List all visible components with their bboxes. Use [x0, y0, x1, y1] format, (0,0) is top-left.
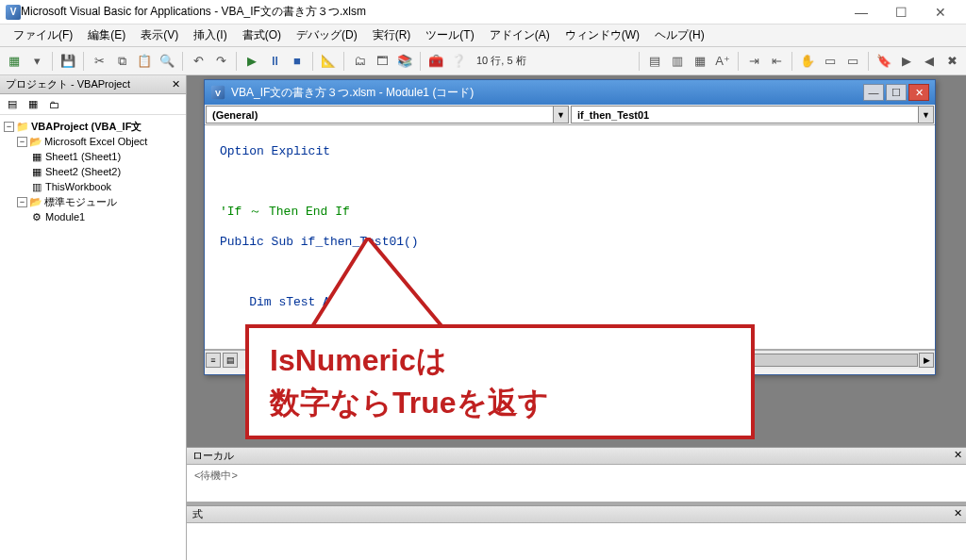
menu-help[interactable]: ヘルプ(H) [647, 27, 712, 43]
dropdown-arrow-icon[interactable]: ▼ [918, 107, 933, 123]
next-bookmark-icon[interactable]: ▶ [896, 51, 917, 72]
edit-toolbar-aplus-icon[interactable]: A⁺ [712, 51, 733, 72]
menu-addins[interactable]: アドイン(A) [482, 27, 558, 43]
clear-bookmarks-icon[interactable]: ✖ [941, 51, 962, 72]
outdent-icon[interactable]: ⇤ [766, 51, 787, 72]
copy-icon[interactable]: ⧉ [111, 51, 132, 72]
edit-toolbar-icon2[interactable]: ▥ [667, 51, 688, 72]
code-minimize-button[interactable]: — [863, 84, 884, 101]
watch-close-icon[interactable]: ✕ [954, 507, 962, 519]
callout-pointer-icon [274, 238, 481, 332]
dropdown-icon[interactable]: ▾ [26, 51, 47, 72]
menu-tools[interactable]: ツール(T) [418, 27, 481, 43]
menu-window[interactable]: ウィンドウ(W) [558, 27, 647, 43]
tree-sheet2[interactable]: Sheet2 (Sheet2) [45, 164, 121, 179]
redo-icon[interactable]: ↷ [210, 51, 231, 72]
locals-title: ローカル [192, 449, 234, 463]
menu-view[interactable]: 表示(V) [133, 27, 186, 43]
comment-icon[interactable]: ▭ [820, 51, 841, 72]
app-icon [6, 5, 21, 20]
code-maximize-button[interactable]: ☐ [886, 84, 907, 101]
find-icon[interactable]: 🔍 [157, 51, 177, 72]
sheet-icon: ▦ [30, 165, 43, 178]
minimize-button[interactable]: — [841, 1, 881, 24]
tree-project-root[interactable]: VBAProject (VBA_IF文 [31, 119, 142, 134]
expand-icon[interactable]: − [17, 137, 27, 147]
toolbar: ▦ ▾ 💾 ✂ ⧉ 📋 🔍 ↶ ↷ ▶ ⏸ ■ 📐 🗂 🗔 📚 🧰 ❔ 10 行… [0, 47, 966, 75]
indent-icon[interactable]: ⇥ [743, 51, 764, 72]
view-object-icon[interactable]: ▦ [25, 96, 42, 113]
procedure-view-icon[interactable]: ≡ [206, 353, 221, 368]
edit-toolbar-icon1[interactable]: ▤ [644, 51, 665, 72]
close-button[interactable]: ✕ [921, 1, 960, 24]
tree-sheet1[interactable]: Sheet1 (Sheet1) [45, 149, 121, 164]
cursor-position: 10 行, 5 桁 [471, 54, 532, 68]
excel-icon[interactable]: ▦ [4, 51, 25, 72]
scroll-right-icon[interactable]: ▶ [919, 353, 934, 368]
reset-icon[interactable]: ■ [287, 51, 308, 72]
bookmark-icon[interactable]: 🔖 [874, 51, 894, 72]
tree-module1[interactable]: Module1 [45, 209, 85, 224]
breakpoint-icon[interactable]: ✋ [797, 51, 818, 72]
maximize-button[interactable]: ☐ [881, 1, 921, 24]
toolbox-icon[interactable]: 🧰 [425, 51, 446, 72]
project-explorer: プロジェクト - VBAProject ✕ ▤ ▦ 🗀 −📁VBAProject… [0, 75, 187, 560]
code-window-title: VBA_IF文の書き方３つ.xlsm - Module1 (コード) [231, 85, 861, 101]
watch-title: 式 [192, 507, 203, 521]
tree-excel-objects[interactable]: Microsoft Excel Object [44, 134, 147, 149]
code-window-icon [211, 86, 225, 99]
menu-debug[interactable]: デバッグ(D) [289, 27, 365, 43]
project-explorer-icon[interactable]: 🗂 [349, 51, 370, 72]
view-code-icon[interactable]: ▤ [4, 96, 21, 113]
project-tree[interactable]: −📁VBAProject (VBA_IF文 −📂Microsoft Excel … [0, 115, 186, 285]
folder-icon: 📂 [29, 135, 42, 148]
tree-modules-folder[interactable]: 標準モジュール [44, 194, 117, 209]
code-window-titlebar[interactable]: VBA_IF文の書き方３つ.xlsm - Module1 (コード) — ☐ ✕ [205, 80, 935, 105]
menu-insert[interactable]: 挿入(I) [186, 27, 234, 43]
window-title: Microsoft Visual Basic for Applications … [21, 4, 841, 20]
main-titlebar: Microsoft Visual Basic for Applications … [0, 0, 966, 25]
cut-icon[interactable]: ✂ [89, 51, 109, 72]
object-browser-icon[interactable]: 📚 [394, 51, 415, 72]
locals-pane: ローカル ✕ <待機中> [187, 447, 966, 502]
callout-line2: 数字ならTrueを返す [270, 382, 730, 424]
project-pane-close-icon[interactable]: ✕ [169, 77, 182, 91]
callout-line1: IsNumericは [270, 339, 730, 382]
uncomment-icon[interactable]: ▭ [842, 51, 863, 72]
undo-icon[interactable]: ↶ [188, 51, 208, 72]
design-icon[interactable]: 📐 [318, 51, 339, 72]
edit-toolbar-icon3[interactable]: ▦ [690, 51, 710, 72]
menu-run[interactable]: 実行(R) [365, 27, 419, 43]
expand-icon[interactable]: − [4, 122, 14, 132]
menu-file[interactable]: ファイル(F) [6, 27, 80, 43]
prev-bookmark-icon[interactable]: ◀ [919, 51, 940, 72]
paste-icon[interactable]: 📋 [134, 51, 155, 72]
tree-thisworkbook[interactable]: ThisWorkbook [45, 179, 111, 194]
object-dropdown[interactable]: (General) ▼ [206, 106, 569, 124]
break-icon[interactable]: ⏸ [264, 51, 285, 72]
save-icon[interactable]: 💾 [58, 51, 78, 72]
code-close-button[interactable]: ✕ [908, 84, 929, 101]
run-icon[interactable]: ▶ [242, 51, 262, 72]
toggle-folders-icon[interactable]: 🗀 [45, 96, 62, 113]
watch-pane: 式 ✕ [187, 505, 966, 560]
module-icon: ⚙ [30, 210, 43, 223]
help-icon[interactable]: ❔ [448, 51, 469, 72]
sheet-icon: ▦ [30, 150, 43, 163]
project-pane-title: プロジェクト - VBAProject ✕ [0, 75, 186, 94]
project-pane-title-label: プロジェクト - VBAProject [6, 77, 130, 91]
procedure-dropdown[interactable]: if_then_Test01 ▼ [571, 106, 934, 124]
dropdown-arrow-icon[interactable]: ▼ [553, 107, 568, 123]
project-pane-toolbar: ▤ ▦ 🗀 [0, 94, 186, 115]
menu-edit[interactable]: 編集(E) [80, 27, 133, 43]
project-icon: 📁 [16, 120, 29, 133]
object-dropdown-value: (General) [212, 109, 258, 121]
expand-icon[interactable]: − [17, 197, 27, 207]
properties-icon[interactable]: 🗔 [372, 51, 392, 72]
folder-icon: 📂 [29, 195, 42, 208]
menubar: ファイル(F) 編集(E) 表示(V) 挿入(I) 書式(O) デバッグ(D) … [0, 25, 966, 47]
menu-format[interactable]: 書式(O) [235, 27, 289, 43]
annotation-callout: IsNumericは 数字ならTrueを返す [245, 324, 755, 439]
full-module-view-icon[interactable]: ▤ [223, 353, 238, 368]
locals-close-icon[interactable]: ✕ [954, 449, 962, 461]
